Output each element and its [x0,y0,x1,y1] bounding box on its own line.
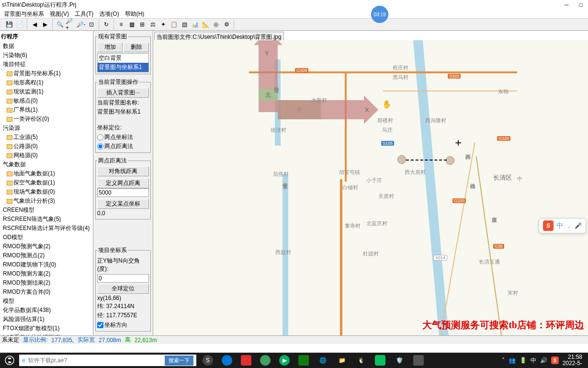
menu-item[interactable]: 背景图与坐标系 [2,10,46,19]
map-canvas[interactable]: 北 东 Y X ✋ + 程庄村 黑马村 东韩 大敦村 郑楼村 西兴隆村 马庄 徐… [153,40,588,335]
zoom-fit-icon[interactable]: ⊡ [86,20,97,29]
tree-item[interactable]: 背景图与坐标系(1) [1,69,92,78]
mic-icon[interactable]: 🎤 [575,222,582,229]
tree-item[interactable]: RMOD预测方案(2) [1,269,92,278]
tree-item[interactable]: RMOD建筑物下洗(0) [1,260,92,269]
layers-icon[interactable]: ≡ [116,20,126,29]
save-as-icon[interactable]: 📄 [14,20,25,29]
project-tree[interactable]: 行程序 数据污染物(6)项目特征背景图与坐标系(1)地形高程(1)现状监测(1)… [0,31,93,335]
tray-people-icon[interactable]: 👥 [509,357,516,364]
app-excel-icon[interactable] [294,354,313,367]
taskbar-search[interactable]: e 搜索一下 [19,355,196,366]
spreadsheet-icon[interactable]: ⊞ [137,20,147,29]
tree-item[interactable]: RSCREEN筛选计算与评价等级(4) [1,224,92,233]
tree-item[interactable]: LAB重气体扩散模型(0) [1,333,92,335]
add-button[interactable]: 增加 [97,42,123,52]
tree-item[interactable]: 项目特征 [1,60,92,69]
tree-item[interactable]: FTOX烟团扩散模型(1) [1,324,92,333]
tree-item[interactable]: 地面气象数据(1) [1,169,92,178]
zoom-window-icon[interactable]: 🔍 [55,20,65,29]
tree-item[interactable]: RSCREEN筛选气象(5) [1,215,92,224]
point-b[interactable] [446,156,454,165]
menu-item[interactable]: 视图(V) [48,10,71,19]
tree-item[interactable]: 厂界线(1) [1,105,92,115]
tree-item[interactable]: 气象统计分析(3) [1,196,92,206]
app-sogou-icon[interactable]: S [198,354,217,367]
tray-power-icon[interactable]: 🔋 [520,357,527,364]
tray-chevron-icon[interactable]: ˄ [502,357,505,364]
chart-icon[interactable]: 📊 [190,20,200,29]
tree-item[interactable]: 地形高程(1) [1,78,92,87]
tree-item[interactable]: CREEN模型 [1,206,92,215]
tree-item[interactable]: 网格源(0) [1,151,92,160]
tree-item[interactable]: 现场气象数据(0) [1,187,92,196]
grid-icon[interactable]: ▦ [126,20,137,29]
coord-dir-checkbox[interactable] [97,322,103,328]
app-qq-icon[interactable]: 🐧 [351,354,371,367]
menu-item[interactable]: 帮助(H) [123,10,147,19]
app-wechat-icon[interactable] [371,354,390,367]
menu-item[interactable]: 工具(T) [73,10,95,19]
tree-item[interactable]: OD模型 [1,233,92,242]
y-angle-input[interactable] [97,274,149,283]
tree-item[interactable]: RMOD预测点(2) [1,251,92,260]
app-edge-icon[interactable] [217,354,237,367]
radio-two-point-coord[interactable] [97,134,103,140]
maximize-button[interactable]: □ [574,0,588,10]
balance-icon[interactable]: ⚖ [147,20,158,29]
diagonal-dist-button[interactable]: 对角线距离 [97,166,149,176]
point-a[interactable] [397,155,406,164]
bg-list[interactable]: 空白背景 背景图与坐标系1 [97,53,149,72]
ime-floating-bar[interactable]: S 中 ， 🎤 [539,218,586,233]
table-icon[interactable]: ▤ [179,20,190,29]
menu-item[interactable]: 选项(O) [97,10,121,19]
tree-item[interactable]: 探空气象数据(1) [1,178,92,187]
tree-item[interactable]: 一类评价区(0) [1,115,92,124]
start-button[interactable] [2,354,17,367]
settings-icon[interactable]: ⚙ [221,20,232,29]
search-input[interactable] [28,357,165,364]
tray-volume-icon[interactable]: 🔊 [540,357,547,364]
zoom-out-icon[interactable]: 🔎- [76,20,86,29]
app-red-icon[interactable] [237,354,256,367]
tree-item[interactable]: 化学品数据库(438) [1,306,92,315]
sogou-icon[interactable]: S [543,220,554,231]
tray-sogou-icon[interactable]: S [551,356,559,364]
tree-item[interactable]: RMOD预测气象(2) [1,242,92,251]
save-icon[interactable]: 💾 [4,20,14,29]
insert-bg-button[interactable]: 插入背景图··· [97,88,149,98]
tree-item[interactable]: 数据 [1,42,92,51]
define-point-button[interactable]: 定义某点坐标 [97,199,149,209]
tree-item[interactable]: 污染源 [1,124,92,133]
app-globe-icon[interactable]: 🌐 [313,354,332,367]
compass-icon[interactable]: ✦ [158,20,169,29]
tree-item[interactable]: 污染物(6) [1,51,92,60]
target-icon[interactable]: ◎ [211,20,221,29]
paste-icon[interactable]: 📋 [169,20,179,29]
tree-item[interactable]: 敏感点(0) [1,96,92,105]
minimize-button[interactable]: ─ [559,0,574,10]
tree-item[interactable]: 气象数据 [1,160,92,169]
distance-input[interactable] [97,188,149,197]
app-media-icon[interactable]: ▶ [275,354,294,367]
tree-item[interactable]: RMOD预测结果(2) [1,278,92,288]
delete-button[interactable]: 删除 [124,42,149,52]
radio-two-point-dist[interactable] [97,143,103,150]
taskbar-clock[interactable]: 21:58 2022-5- [563,354,582,367]
list-item[interactable]: 空白背景 [98,54,148,63]
search-button[interactable]: 搜索一下 [165,356,193,366]
app-folder-icon[interactable]: 📁 [332,354,351,367]
refresh-icon[interactable]: ↻ [101,20,112,29]
arrow-left-icon[interactable]: ◀ [29,20,40,29]
tree-item[interactable]: 公路源(0) [1,142,92,151]
tree-item[interactable]: 现状监测(1) [1,87,92,96]
tree-item[interactable]: 工业源(5) [1,133,92,142]
zoom-in-icon[interactable]: 🔎+ [65,20,76,29]
list-item[interactable]: 背景图与坐标系1 [98,63,148,72]
app-browser-icon[interactable] [256,354,275,367]
app-shield-icon[interactable]: 🛡️ [390,354,409,367]
ruler-icon[interactable]: 📐 [200,20,211,29]
define-dist-button[interactable]: 定义两点距离 [97,178,149,188]
tray-ime-label[interactable]: 中 [531,356,536,365]
tree-item[interactable]: 风险源强估算(1) [1,315,92,324]
